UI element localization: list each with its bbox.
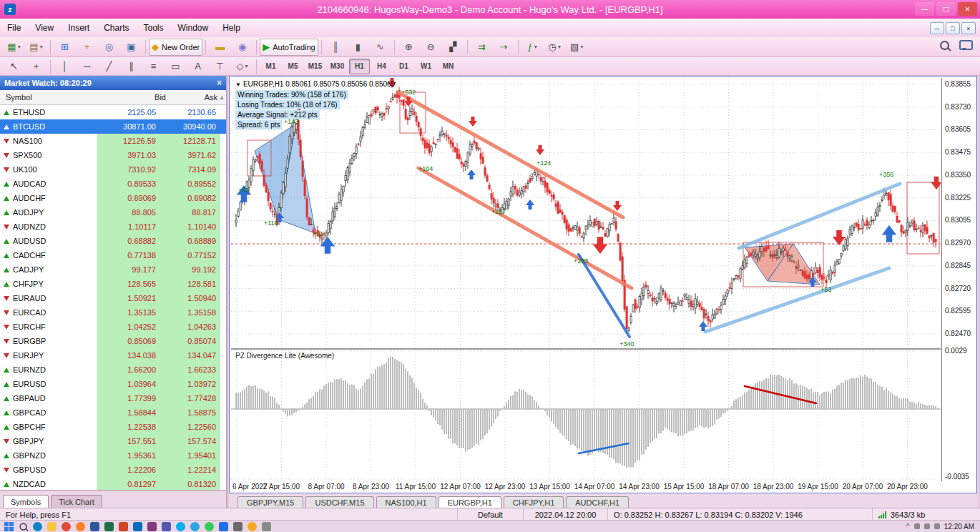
timeframe-d1[interactable]: D1 — [393, 59, 414, 74]
text-button[interactable]: A — [187, 58, 209, 75]
menu-insert[interactable]: Insert — [61, 19, 97, 37]
telegram-icon[interactable] — [190, 522, 200, 531]
market-watch-row[interactable]: GBPUSD1.222061.22214 — [0, 463, 226, 477]
equidistant-channel-button[interactable]: ∥ — [120, 58, 142, 75]
maximize-button[interactable]: □ — [936, 2, 956, 16]
chart-tab-gbpjpy-m15[interactable]: GBPJPY,M15 — [237, 496, 303, 508]
settings-icon[interactable] — [262, 522, 271, 531]
tile-windows-button[interactable]: ▞ — [442, 39, 464, 56]
powerpoint-icon[interactable] — [119, 522, 128, 531]
cursor-button[interactable]: ↖ — [3, 58, 25, 75]
taskbar-clock[interactable]: 12:20 AM — [944, 523, 974, 531]
indicator-canvas[interactable] — [231, 348, 941, 481]
whatsapp-icon[interactable] — [205, 522, 214, 531]
close-button[interactable]: × — [958, 2, 977, 16]
market-watch-row[interactable]: GBPCHF1.225381.22560 — [0, 420, 226, 434]
menu-help[interactable]: Help — [215, 19, 248, 37]
market-watch-row[interactable]: AUDJPY88.80588.817 — [0, 205, 226, 220]
market-watch-row[interactable]: NZDCAD0.812970.81320 — [0, 477, 226, 490]
new-order-button[interactable]: ◆New Order — [149, 39, 202, 56]
skype-icon[interactable] — [176, 522, 185, 531]
fibonacci-retracement-button[interactable]: ≡ — [142, 58, 165, 75]
market-watch-row[interactable]: AUDCAD0.895330.89552 — [0, 177, 226, 191]
firefox-icon[interactable] — [76, 522, 85, 531]
auto-scroll-button[interactable]: ⇉ — [471, 39, 493, 56]
market-watch-tab-symbols[interactable]: Symbols — [3, 495, 49, 508]
teams-icon[interactable] — [162, 522, 171, 531]
timeframe-m30[interactable]: M30 — [327, 59, 348, 74]
column-bid[interactable]: Bid — [103, 93, 166, 102]
tray-chevron-icon[interactable]: ^ — [906, 522, 910, 531]
market-watch-row[interactable]: CHFJPY128.565128.581 — [0, 277, 226, 291]
metatrader-icon[interactable] — [248, 522, 257, 531]
market-watch-row[interactable]: GBPNZD1.953611.95401 — [0, 448, 226, 463]
market-watch-row[interactable]: EURUSD1.039641.03972 — [0, 377, 226, 391]
start-button[interactable] — [4, 522, 14, 531]
chart-shift-button[interactable]: ⇢ — [493, 39, 515, 56]
outlook-icon[interactable] — [133, 522, 142, 531]
tray-battery-icon[interactable] — [934, 523, 940, 529]
chart-tab-nas100-h1[interactable]: NAS100,H1 — [376, 496, 436, 508]
column-symbol[interactable]: Symbol — [0, 93, 103, 102]
timeframe-mn[interactable]: MN — [438, 59, 459, 74]
market-watch-row[interactable]: EURCAD1.351351.35158 — [0, 305, 226, 320]
market-watch-row[interactable]: EURJPY134.038134.047 — [0, 348, 226, 363]
market-watch-row[interactable]: GBPCAD1.588441.58875 — [0, 405, 226, 420]
onenote-icon[interactable] — [147, 522, 157, 531]
chrome-icon[interactable] — [62, 522, 71, 531]
trendline-button[interactable]: ╱ — [98, 58, 120, 75]
chart-tab-eurgbp-h1[interactable]: EURGBP,H1 — [438, 496, 501, 508]
market-watch-row[interactable]: NAS10012126.5912128.71 — [0, 134, 226, 148]
menu-tools[interactable]: Tools — [137, 19, 171, 37]
market-watch-row[interactable]: AUDUSD0.688820.68889 — [0, 234, 226, 248]
navigator-button[interactable]: ◎ — [98, 39, 120, 56]
menu-view[interactable]: View — [28, 19, 61, 37]
mdi-restore-button[interactable]: □ — [946, 22, 960, 34]
timeframe-m15[interactable]: M15 — [305, 59, 325, 74]
market-watch-row[interactable]: EURNZD1.662001.66233 — [0, 363, 226, 377]
expert-advisors-button[interactable]: ◉ — [231, 39, 253, 56]
chart-tab-chfjpy-h1[interactable]: CHFJPY,H1 — [504, 496, 564, 508]
templates-button[interactable]: ▧▾ — [566, 39, 588, 56]
tray-network-icon[interactable] — [914, 523, 920, 529]
market-watch-row[interactable]: SPX5003971.033971.62 — [0, 148, 226, 162]
photos-icon[interactable] — [219, 522, 228, 531]
candlestick-mode-button[interactable]: ▮ — [347, 39, 369, 56]
terminal-button[interactable]: ▣ — [120, 39, 142, 56]
menu-file[interactable]: File — [0, 19, 28, 37]
timeframe-w1[interactable]: W1 — [416, 59, 436, 74]
arrow-objects-button[interactable]: ◇▾ — [231, 58, 253, 75]
autotrading-button[interactable]: ▶AutoTrading — [260, 39, 318, 56]
calculator-icon[interactable] — [233, 522, 242, 531]
shapes-button[interactable]: ▭ — [165, 58, 187, 75]
chart-menu-icon[interactable]: ▼ — [235, 82, 241, 88]
chart-tab-audchf-h1[interactable]: AUDCHF,H1 — [566, 496, 629, 508]
market-watch-row[interactable]: GBPJPY157.551157.574 — [0, 434, 226, 448]
market-watch-row[interactable]: BTCUSD30871.0030940.00 — [0, 119, 226, 134]
status-profile[interactable]: Default — [458, 508, 524, 521]
search-icon[interactable] — [940, 41, 949, 50]
chat-icon[interactable] — [959, 40, 973, 50]
file-explorer-icon[interactable] — [47, 522, 57, 531]
vertical-line-button[interactable]: │ — [54, 58, 76, 75]
timeframe-m5[interactable]: M5 — [283, 59, 303, 74]
word-icon[interactable] — [90, 522, 99, 531]
menu-window[interactable]: Window — [171, 19, 216, 37]
market-watch-row[interactable]: CADCHF0.771380.77152 — [0, 248, 226, 262]
new-chart-button[interactable]: ▦▾ — [3, 39, 25, 56]
timeframe-h1[interactable]: H1 — [349, 59, 370, 74]
minimize-button[interactable]: ─ — [915, 2, 934, 16]
taskbar-search-icon[interactable] — [19, 523, 26, 530]
menu-charts[interactable]: Charts — [97, 19, 136, 37]
market-watch-row[interactable]: GBPAUD1.773991.77428 — [0, 391, 226, 405]
market-watch-row[interactable]: AUDNZD1.101171.10140 — [0, 220, 226, 234]
timeframe-h4[interactable]: H4 — [371, 59, 392, 74]
scroll-up-icon[interactable]: ▲ — [219, 94, 225, 101]
profiles-button[interactable]: ▤▾ — [25, 39, 47, 56]
zoom-in-button[interactable]: ⊕ — [398, 39, 420, 56]
market-watch-row[interactable]: AUDCHF0.690690.69082 — [0, 191, 226, 205]
bar-chart-mode-button[interactable]: ║ — [325, 39, 347, 56]
market-watch-row[interactable]: EURGBP0.850690.85074 — [0, 334, 226, 348]
market-watch-close-icon[interactable]: × — [217, 78, 222, 88]
edge-icon[interactable] — [33, 522, 42, 531]
